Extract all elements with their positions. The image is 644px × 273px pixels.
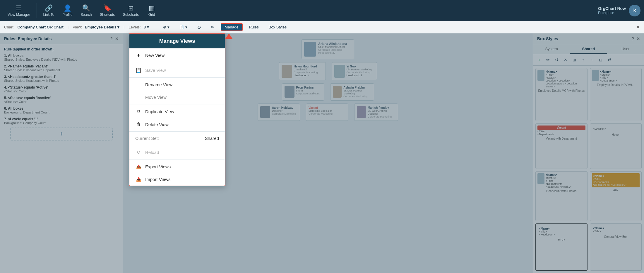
edit-button[interactable]: ✏ (208, 24, 218, 30)
toolbar-right: OrgChart Now Enterprise k (598, 5, 640, 16)
export-views-item[interactable]: 📤 Export Views (129, 160, 225, 173)
bs-up-btn[interactable]: ↑ (579, 56, 587, 64)
link-icon: 🔗 (45, 4, 53, 12)
style-card-headcount[interactable]: <Name> <Status> <Title> <Department> Hea… (535, 171, 588, 221)
bs-photo-placeholder (537, 70, 544, 81)
bs-reset-btn[interactable]: ↺ (606, 56, 613, 64)
export-views-icon: 📤 (135, 165, 142, 169)
box-styles-tabs: System Shared User (533, 44, 644, 54)
rule-item-4: 4. <Status> equals 'Active' <Status>: Co… (4, 85, 119, 93)
rules-panel-title: Rules: Employee Details (4, 36, 52, 41)
import-views-item[interactable]: 📥 Import Views (129, 173, 225, 186)
save-icon: 💾 (135, 67, 142, 73)
rule-item-2: 2. <Name> equals 'Vacant' Shared Styles:… (4, 64, 119, 72)
import-views-icon: 📥 (135, 177, 142, 182)
reload-item: ↺ Reload (129, 146, 225, 159)
manage-views-title: Manage Views (129, 34, 225, 48)
box-styles-panel: Box Styles ? ✕ System Shared User + ✏ ↺ … (533, 33, 644, 273)
box-styles-button[interactable]: Box Styles (265, 24, 290, 30)
style-card-mgr[interactable]: <Name> <Title> <Headcount> MGR (535, 223, 588, 271)
chart-toolbar: Chart: Company Chart OrgChart | View: Em… (0, 21, 644, 33)
zoom-icon: ⊕ (163, 25, 166, 29)
box-styles-list: <Name> <Title> <Status> Location: <Locat… (533, 66, 644, 273)
rules-help-icon[interactable]: ? (110, 36, 113, 41)
rule-item-5: 5. <Status> equals 'Inactive' <Status>: … (4, 96, 119, 104)
filter-button[interactable]: ⊘ (194, 23, 205, 31)
export-icon: 📄 (179, 25, 184, 29)
plus-icon: + (135, 52, 142, 58)
rules-panel-header: Rules: Employee Details ? ✕ (0, 33, 123, 44)
bs-down-btn[interactable]: ↓ (588, 56, 596, 64)
toolbar-shortcuts[interactable]: 🔖 Shortcuts (96, 3, 119, 18)
style-card-indv[interactable]: <Name> <Status> <Title> <Department> Emp… (590, 68, 642, 121)
duplicate-view-item[interactable]: ⧉ Duplicate View (129, 105, 225, 118)
tab-user[interactable]: User (607, 44, 644, 54)
current-set-row: Current Set: Shared (129, 132, 225, 144)
main-area: Rules: Employee Details ? ✕ Rule (applie… (0, 33, 644, 273)
mv-divider-3 (129, 104, 225, 104)
reload-icon: ↺ (135, 150, 142, 155)
rules-close-icon[interactable]: ✕ (115, 36, 119, 41)
bs-photo-placeholder-2 (592, 70, 599, 81)
mv-divider-1 (129, 63, 225, 63)
subcharts-icon: ⊞ (128, 4, 133, 12)
style-card-general[interactable]: <Name> <Title> General View Box (590, 223, 642, 271)
rule-item-6: 6. All boxes Background: Department Coun… (4, 106, 119, 114)
bs-photo-placeholder-3 (537, 173, 544, 184)
style-card-vacant[interactable]: Vacant <Title> <Department> Vacant with … (535, 123, 588, 169)
toolbar-grid[interactable]: ▦ Grid (143, 3, 160, 18)
levels-value[interactable]: 3 ▾ (144, 25, 149, 29)
box-styles-close-icon[interactable]: ✕ (636, 36, 640, 41)
bookmark-icon: 🔖 (103, 4, 111, 12)
export-button[interactable]: 📄 ▾ (176, 24, 191, 30)
manage-views-dropdown: Manage Views + New View 💾 Save View Rena… (129, 33, 225, 186)
bs-edit-btn[interactable]: ✏ (544, 56, 552, 64)
chart-toolbar-close[interactable]: ✕ (636, 24, 640, 30)
save-view-item: 💾 Save View (129, 64, 225, 77)
app-name: OrgChart Now Enterprise (598, 6, 626, 15)
filter-icon: ⊘ (197, 25, 201, 30)
bs-merge-btn[interactable]: ⊟ (597, 56, 604, 64)
mv-divider-5 (129, 145, 225, 145)
new-view-item[interactable]: + New View (129, 48, 225, 62)
style-card-hover[interactable]: <Location> Hover (590, 123, 642, 169)
profile-icon: 👤 (64, 4, 71, 12)
search-icon: 🔍 (82, 4, 90, 12)
mv-divider-4 (129, 131, 225, 132)
rename-view-item[interactable]: Rename View (129, 78, 225, 91)
view-manager-label: View Manager (8, 13, 30, 17)
style-card-aux[interactable]: <Name> <Title> <Department> Also Reports… (590, 171, 642, 221)
box-styles-title: Box Styles (537, 36, 558, 41)
box-styles-toolbar: + ✏ ↺ ✕ ⊞ ↑ ↓ ⊟ ↺ (533, 54, 644, 66)
rule-item-3: 3. <Headcount> greater than '1' Shared S… (4, 75, 119, 82)
rule-item-1: 1. All boxes Shared Styles: Employee Det… (4, 54, 119, 61)
manage-button[interactable]: Manage (221, 23, 243, 31)
grid-icon: ▦ (149, 4, 155, 12)
user-avatar[interactable]: k (629, 5, 640, 16)
move-view-item[interactable]: Move View (129, 91, 225, 104)
bs-add-btn[interactable]: + (535, 56, 543, 64)
add-rule-button[interactable]: + (10, 128, 113, 140)
mv-divider-6 (129, 160, 225, 160)
style-card-mgr-photos[interactable]: <Name> <Title> <Status> Location: <Locat… (535, 68, 588, 121)
toolbar-view-manager[interactable]: ☰ View Manager (4, 3, 34, 18)
bs-delete-btn[interactable]: ✕ (562, 56, 569, 64)
toolbar-subcharts[interactable]: ⊞ Subcharts (119, 3, 143, 18)
tab-system[interactable]: System (533, 44, 570, 54)
zoom-button[interactable]: ⊕ ▾ (160, 24, 173, 30)
hamburger-icon: ☰ (16, 4, 22, 12)
delete-view-item[interactable]: 🗑 Delete View (129, 118, 225, 131)
bs-reload-btn[interactable]: ↺ (553, 56, 561, 64)
toolbar-link-to[interactable]: 🔗 Link To (39, 3, 59, 18)
toolbar-profile[interactable]: 👤 Profile (58, 3, 76, 18)
bs-copy-btn[interactable]: ⊞ (571, 56, 578, 64)
box-styles-header: Box Styles ? ✕ (533, 33, 644, 44)
box-styles-help-icon[interactable]: ? (631, 36, 634, 41)
toolbar-search[interactable]: 🔍 Search (76, 3, 96, 18)
rules-button[interactable]: Rules (246, 24, 262, 30)
duplicate-icon: ⧉ (135, 109, 142, 114)
tab-shared[interactable]: Shared (570, 44, 607, 54)
view-name[interactable]: Employee Details ▾ (85, 25, 119, 29)
pencil-icon: ✏ (211, 25, 214, 29)
chart-name: Company Chart OrgChart (17, 25, 63, 29)
